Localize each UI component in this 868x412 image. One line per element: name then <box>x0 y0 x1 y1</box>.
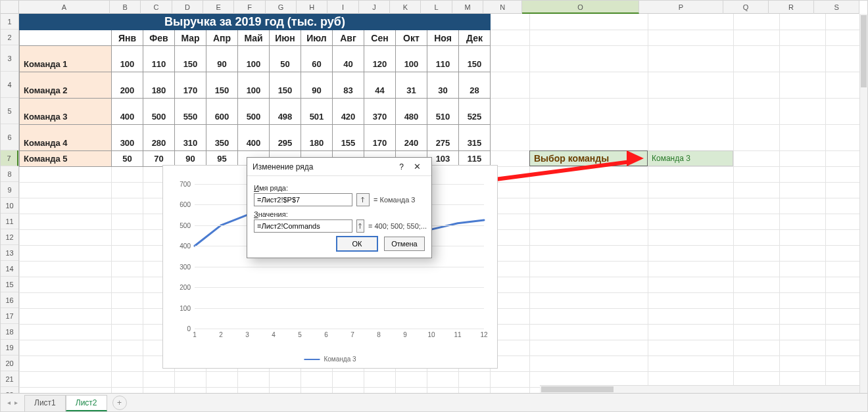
data-cell[interactable]: 510 <box>427 99 459 125</box>
data-cell[interactable]: 180 <box>301 125 333 151</box>
row-header[interactable]: 17 <box>1 308 18 324</box>
data-cell[interactable]: 115 <box>459 151 491 167</box>
data-cell[interactable]: 30 <box>427 72 459 99</box>
row-header[interactable]: 7 <box>1 150 18 166</box>
grid-area[interactable]: Выручка за 2019 год (тыс. руб) ЯнвФевМар… <box>19 14 859 393</box>
row-header[interactable]: 19 <box>1 340 18 355</box>
data-cell[interactable]: 31 <box>396 72 427 99</box>
column-header[interactable]: H <box>297 1 327 14</box>
data-cell[interactable]: 90 <box>206 46 238 72</box>
row-header[interactable]: 15 <box>1 277 18 292</box>
select-all-corner[interactable] <box>1 1 19 14</box>
data-cell[interactable]: 110 <box>143 46 175 72</box>
horizontal-scrollbar[interactable] <box>540 385 859 393</box>
data-cell[interactable]: 28 <box>459 72 491 99</box>
row-header[interactable]: 20 <box>1 355 18 371</box>
add-sheet-button[interactable]: + <box>112 396 127 410</box>
data-cell[interactable]: 315 <box>459 125 491 151</box>
data-cell[interactable]: 40 <box>333 46 364 72</box>
column-header[interactable]: G <box>266 1 297 14</box>
data-cell[interactable]: 100 <box>238 72 270 99</box>
data-cell[interactable]: 280 <box>143 125 175 151</box>
column-header[interactable]: A <box>19 1 110 14</box>
data-cell[interactable]: 240 <box>396 125 427 151</box>
column-header[interactable]: C <box>141 1 172 14</box>
column-header[interactable]: E <box>203 1 234 14</box>
tab-prev-icon[interactable]: ◂ <box>7 399 11 406</box>
data-cell[interactable]: 498 <box>270 99 301 125</box>
column-header[interactable]: M <box>452 1 483 14</box>
row-header[interactable]: 12 <box>1 229 18 245</box>
data-cell[interactable]: 300 <box>112 125 143 151</box>
row-header[interactable]: 13 <box>1 245 18 261</box>
data-cell[interactable]: 480 <box>396 99 427 125</box>
data-cell[interactable]: 150 <box>270 72 301 99</box>
data-cell[interactable]: 525 <box>459 99 491 125</box>
data-cell[interactable]: 155 <box>333 125 364 151</box>
column-header[interactable]: D <box>172 1 203 14</box>
sheet-tab[interactable]: Лист2 <box>66 395 107 411</box>
scroll-thumb[interactable] <box>541 386 614 392</box>
data-cell[interactable]: 550 <box>175 99 206 125</box>
ok-button[interactable]: ОК <box>337 237 377 251</box>
data-cell[interactable]: 200 <box>112 72 143 99</box>
column-header[interactable]: J <box>359 1 390 14</box>
data-cell[interactable]: 100 <box>238 46 270 72</box>
data-cell[interactable]: 90 <box>301 72 333 99</box>
data-cell[interactable]: 400 <box>112 99 143 125</box>
team-selector-value[interactable]: Команда 3 <box>648 150 733 166</box>
row-header[interactable]: 2 <box>1 30 18 45</box>
data-cell[interactable]: 95 <box>206 151 238 167</box>
data-cell[interactable]: 500 <box>238 99 270 125</box>
row-header[interactable]: 3 <box>1 45 18 72</box>
data-cell[interactable]: 120 <box>364 46 396 72</box>
column-header[interactable]: I <box>327 1 358 14</box>
range-picker-icon[interactable]: 🡑 <box>356 193 370 206</box>
data-cell[interactable]: 370 <box>364 99 396 125</box>
data-cell[interactable]: 70 <box>143 151 175 167</box>
data-cell[interactable]: 60 <box>301 46 333 72</box>
row-header[interactable]: 8 <box>1 166 18 182</box>
column-header[interactable]: F <box>234 1 265 14</box>
range-picker-icon[interactable]: 🡑 <box>356 219 364 233</box>
row-header[interactable]: 6 <box>1 124 18 150</box>
column-header[interactable]: P <box>639 1 723 14</box>
data-cell[interactable]: 400 <box>238 125 270 151</box>
row-header[interactable]: 21 <box>1 371 18 387</box>
cancel-button[interactable]: Отмена <box>384 237 425 251</box>
dialog-titlebar[interactable]: Изменение ряда ? ✕ <box>247 158 431 176</box>
data-cell[interactable]: 110 <box>427 46 459 72</box>
data-cell[interactable]: 170 <box>175 72 206 99</box>
row-header[interactable]: 10 <box>1 198 18 214</box>
dialog-help-icon[interactable]: ? <box>399 158 404 176</box>
vertical-scrollbar[interactable] <box>859 14 867 393</box>
series-name-input[interactable] <box>254 193 352 206</box>
tab-next-icon[interactable]: ▸ <box>14 399 18 406</box>
column-header[interactable]: N <box>483 1 522 14</box>
data-cell[interactable]: 83 <box>333 72 364 99</box>
sheet-tab[interactable]: Лист1 <box>24 395 66 411</box>
data-cell[interactable]: 350 <box>206 125 238 151</box>
data-cell[interactable]: 150 <box>206 72 238 99</box>
data-cell[interactable]: 100 <box>396 46 427 72</box>
data-cell[interactable]: 500 <box>143 99 175 125</box>
row-header[interactable]: 1 <box>1 14 18 30</box>
row-header[interactable]: 16 <box>1 292 18 308</box>
column-header[interactable]: L <box>421 1 452 14</box>
row-header[interactable]: 18 <box>1 324 18 340</box>
data-cell[interactable]: 295 <box>270 125 301 151</box>
data-cell[interactable]: 90 <box>175 151 206 167</box>
row-header[interactable]: 4 <box>1 72 18 98</box>
data-cell[interactable]: 600 <box>206 99 238 125</box>
data-cell[interactable]: 180 <box>143 72 175 99</box>
column-header[interactable]: Q <box>723 1 769 14</box>
data-cell[interactable]: 420 <box>333 99 364 125</box>
column-header[interactable]: R <box>769 1 814 14</box>
data-cell[interactable]: 44 <box>364 72 396 99</box>
column-header[interactable]: K <box>390 1 421 14</box>
close-icon[interactable]: ✕ <box>408 160 426 174</box>
row-header[interactable]: 11 <box>1 214 18 229</box>
data-cell[interactable]: 170 <box>364 125 396 151</box>
data-cell[interactable]: 310 <box>175 125 206 151</box>
data-cell[interactable]: 100 <box>112 46 143 72</box>
